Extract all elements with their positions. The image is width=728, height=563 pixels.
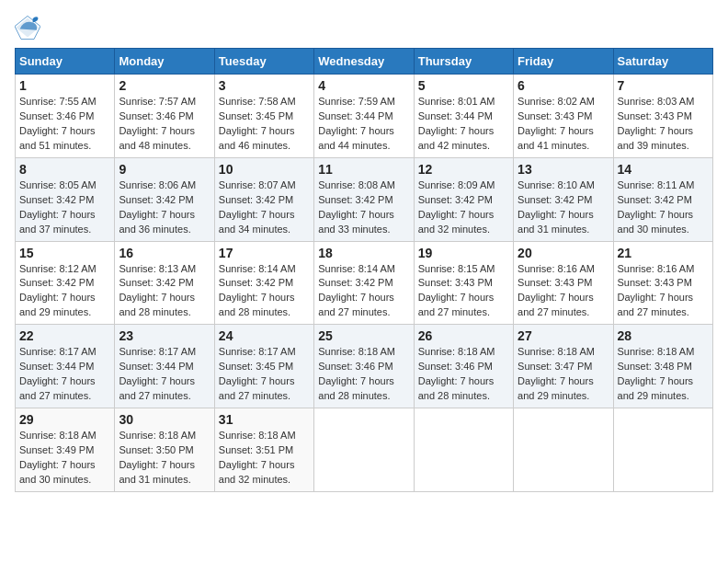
sunrise: Sunrise: 7:59 AM (318, 95, 409, 109)
day-number: 6 (518, 78, 609, 93)
logo (15, 15, 44, 40)
day-number: 23 (119, 328, 210, 343)
day-number: 27 (518, 328, 609, 343)
day-info: Sunrise: 8:02 AM Sunset: 3:43 PM Dayligh… (518, 95, 609, 154)
day-number: 8 (19, 162, 110, 177)
sunset: Sunset: 3:46 PM (418, 360, 509, 374)
day-number: 19 (418, 246, 509, 260)
daylight: Daylight: 7 hours and 30 minutes. (618, 208, 709, 237)
day-info: Sunrise: 8:09 AM Sunset: 3:42 PM Dayligh… (418, 178, 509, 237)
calendar-cell (514, 408, 613, 492)
daylight: Daylight: 7 hours and 31 minutes. (518, 208, 609, 237)
sunset: Sunset: 3:42 PM (119, 193, 210, 208)
sunrise: Sunrise: 8:18 AM (318, 345, 409, 360)
calendar-cell: 6 Sunrise: 8:02 AM Sunset: 3:43 PM Dayli… (514, 75, 613, 158)
day-number: 28 (618, 328, 709, 343)
sunrise: Sunrise: 8:18 AM (19, 429, 110, 443)
day-number: 1 (19, 78, 110, 93)
sunrise: Sunrise: 8:13 AM (119, 262, 210, 277)
daylight: Daylight: 7 hours and 34 minutes. (219, 208, 310, 237)
calendar-cell: 17 Sunrise: 8:14 AM Sunset: 3:42 PM Dayl… (214, 241, 313, 325)
calendar-header-wednesday: Wednesday (314, 49, 414, 75)
calendar-cell: 30 Sunrise: 8:18 AM Sunset: 3:50 PM Dayl… (115, 408, 214, 492)
sunset: Sunset: 3:45 PM (219, 360, 310, 374)
day-number: 15 (19, 246, 110, 260)
sunrise: Sunrise: 8:11 AM (618, 178, 709, 193)
day-number: 13 (518, 162, 609, 177)
calendar-cell: 5 Sunrise: 8:01 AM Sunset: 3:44 PM Dayli… (414, 75, 513, 158)
sunset: Sunset: 3:42 PM (19, 193, 110, 208)
sunrise: Sunrise: 8:17 AM (119, 345, 210, 360)
day-number: 17 (219, 246, 310, 260)
sunrise: Sunrise: 8:08 AM (318, 178, 409, 193)
calendar-cell: 12 Sunrise: 8:09 AM Sunset: 3:42 PM Dayl… (414, 157, 513, 241)
calendar-cell: 28 Sunrise: 8:18 AM Sunset: 3:48 PM Dayl… (613, 325, 712, 408)
calendar-cell: 29 Sunrise: 8:18 AM Sunset: 3:49 PM Dayl… (16, 408, 115, 492)
sunset: Sunset: 3:47 PM (518, 360, 609, 374)
daylight: Daylight: 7 hours and 39 minutes. (618, 124, 709, 154)
daylight: Daylight: 7 hours and 46 minutes. (219, 124, 310, 154)
sunset: Sunset: 3:46 PM (19, 109, 110, 124)
calendar-header-friday: Friday (514, 49, 613, 75)
sunrise: Sunrise: 8:17 AM (19, 345, 110, 360)
daylight: Daylight: 7 hours and 27 minutes. (418, 291, 509, 320)
calendar-week-1: 1 Sunrise: 7:55 AM Sunset: 3:46 PM Dayli… (16, 75, 713, 158)
day-info: Sunrise: 8:10 AM Sunset: 3:42 PM Dayligh… (518, 178, 609, 237)
sunset: Sunset: 3:44 PM (418, 109, 509, 124)
calendar-header-tuesday: Tuesday (214, 49, 313, 75)
sunset: Sunset: 3:44 PM (119, 360, 210, 374)
daylight: Daylight: 7 hours and 28 minutes. (318, 374, 409, 404)
day-number: 3 (219, 78, 310, 93)
day-number: 26 (418, 328, 509, 343)
sunrise: Sunrise: 7:55 AM (19, 95, 110, 109)
calendar-cell: 21 Sunrise: 8:16 AM Sunset: 3:43 PM Dayl… (613, 241, 712, 325)
calendar-week-3: 15 Sunrise: 8:12 AM Sunset: 3:42 PM Dayl… (16, 241, 713, 325)
sunset: Sunset: 3:42 PM (618, 193, 709, 208)
daylight: Daylight: 7 hours and 32 minutes. (219, 458, 310, 488)
day-info: Sunrise: 8:17 AM Sunset: 3:44 PM Dayligh… (119, 345, 210, 404)
daylight: Daylight: 7 hours and 27 minutes. (119, 374, 210, 404)
calendar-header-monday: Monday (115, 49, 214, 75)
day-info: Sunrise: 8:06 AM Sunset: 3:42 PM Dayligh… (119, 178, 210, 237)
sunrise: Sunrise: 7:58 AM (219, 95, 310, 109)
calendar-cell (314, 408, 414, 492)
page-header (15, 15, 713, 40)
sunset: Sunset: 3:42 PM (318, 276, 409, 291)
calendar-cell: 27 Sunrise: 8:18 AM Sunset: 3:47 PM Dayl… (514, 325, 613, 408)
day-info: Sunrise: 8:17 AM Sunset: 3:45 PM Dayligh… (219, 345, 310, 404)
daylight: Daylight: 7 hours and 37 minutes. (19, 208, 110, 237)
day-info: Sunrise: 8:15 AM Sunset: 3:43 PM Dayligh… (418, 262, 509, 321)
daylight: Daylight: 7 hours and 33 minutes. (318, 208, 409, 237)
sunrise: Sunrise: 8:09 AM (418, 178, 509, 193)
sunset: Sunset: 3:43 PM (618, 276, 709, 291)
day-number: 12 (418, 162, 509, 177)
calendar-cell (414, 408, 513, 492)
calendar-cell: 1 Sunrise: 7:55 AM Sunset: 3:46 PM Dayli… (16, 75, 115, 158)
day-info: Sunrise: 8:11 AM Sunset: 3:42 PM Dayligh… (618, 178, 709, 237)
daylight: Daylight: 7 hours and 31 minutes. (119, 458, 210, 488)
sunrise: Sunrise: 8:02 AM (518, 95, 609, 109)
day-number: 7 (618, 78, 709, 93)
day-info: Sunrise: 8:01 AM Sunset: 3:44 PM Dayligh… (418, 95, 509, 154)
daylight: Daylight: 7 hours and 28 minutes. (219, 291, 310, 320)
sunrise: Sunrise: 8:18 AM (418, 345, 509, 360)
calendar-cell: 14 Sunrise: 8:11 AM Sunset: 3:42 PM Dayl… (613, 157, 712, 241)
daylight: Daylight: 7 hours and 29 minutes. (518, 374, 609, 404)
calendar-cell (613, 408, 712, 492)
sunrise: Sunrise: 8:05 AM (19, 178, 110, 193)
calendar-cell: 8 Sunrise: 8:05 AM Sunset: 3:42 PM Dayli… (16, 157, 115, 241)
daylight: Daylight: 7 hours and 27 minutes. (219, 374, 310, 404)
calendar-cell: 11 Sunrise: 8:08 AM Sunset: 3:42 PM Dayl… (314, 157, 414, 241)
calendar-cell: 7 Sunrise: 8:03 AM Sunset: 3:43 PM Dayli… (613, 75, 712, 158)
sunrise: Sunrise: 8:17 AM (219, 345, 310, 360)
sunrise: Sunrise: 8:18 AM (618, 345, 709, 360)
daylight: Daylight: 7 hours and 28 minutes. (119, 291, 210, 320)
sunset: Sunset: 3:50 PM (119, 443, 210, 458)
day-info: Sunrise: 7:58 AM Sunset: 3:45 PM Dayligh… (219, 95, 310, 154)
daylight: Daylight: 7 hours and 48 minutes. (119, 124, 210, 154)
daylight: Daylight: 7 hours and 28 minutes. (418, 374, 509, 404)
daylight: Daylight: 7 hours and 44 minutes. (318, 124, 409, 154)
calendar-cell: 9 Sunrise: 8:06 AM Sunset: 3:42 PM Dayli… (115, 157, 214, 241)
day-info: Sunrise: 8:17 AM Sunset: 3:44 PM Dayligh… (19, 345, 110, 404)
day-number: 11 (318, 162, 409, 177)
